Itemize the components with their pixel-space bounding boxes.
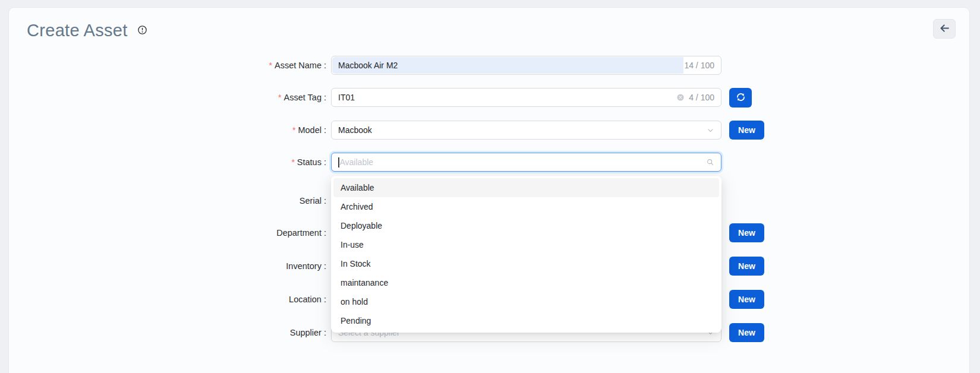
model-select[interactable]: Macbook — [331, 121, 721, 140]
asset-tag-label: *Asset Tag : — [9, 88, 326, 107]
status-select[interactable]: Available — [331, 153, 721, 172]
asset-tag-value: IT01 — [338, 93, 672, 102]
exclamation-circle-icon — [137, 25, 147, 37]
status-option-in-use[interactable]: In-use — [333, 235, 719, 254]
new-location-button[interactable]: New — [729, 290, 764, 309]
status-option-available[interactable]: Available — [333, 178, 719, 197]
asset-tag-input[interactable]: IT01 4 / 100 — [331, 88, 721, 107]
serial-label: Serial : — [9, 191, 326, 210]
required-asterisk: * — [278, 93, 281, 102]
status-option-on-hold[interactable]: on hold — [333, 292, 719, 311]
required-asterisk: * — [291, 157, 294, 167]
status-option-deployable[interactable]: Deployable — [333, 216, 719, 235]
status-dropdown: Available Archived Deployable In-use In … — [331, 176, 721, 333]
status-label: *Status : — [9, 153, 326, 172]
location-label: Location : — [9, 290, 326, 309]
new-inventory-button[interactable]: New — [729, 257, 764, 276]
asset-name-label: *Asset Name : — [9, 56, 326, 75]
arrow-left-icon — [939, 23, 950, 36]
status-placeholder: Available — [338, 157, 701, 167]
generate-asset-tag-button[interactable] — [729, 88, 752, 108]
model-label: *Model : — [9, 121, 326, 140]
new-department-button[interactable]: New — [729, 223, 764, 242]
new-supplier-button[interactable]: New — [729, 323, 764, 342]
model-value: Macbook — [338, 125, 702, 135]
required-asterisk: * — [269, 61, 272, 70]
asset-name-input[interactable]: Macbook Air M2 14 / 100 — [331, 56, 721, 75]
card-header: Create Asset — [9, 8, 969, 42]
sync-icon — [736, 92, 746, 104]
asset-name-char-counter: 14 / 100 — [684, 61, 714, 70]
page-title: Create Asset — [27, 18, 128, 42]
asset-tag-char-counter: 4 / 100 — [689, 93, 714, 102]
supplier-label: Supplier : — [9, 323, 326, 342]
create-asset-card: Create Asset *Asset Name : Macbook Air M… — [8, 7, 970, 373]
required-asterisk: * — [292, 125, 295, 135]
department-label: Department : — [9, 223, 326, 242]
create-asset-form: *Asset Name : Macbook Air M2 14 / 100 *A… — [9, 56, 969, 342]
status-row: *Status : Available Available Archived D… — [9, 153, 969, 172]
back-button[interactable] — [933, 19, 956, 39]
chevron-down-icon — [707, 127, 714, 134]
status-option-maintanance[interactable]: maintanance — [333, 273, 719, 292]
asset-tag-row: *Asset Tag : IT01 4 / 100 — [9, 88, 969, 108]
close-circle-icon[interactable] — [676, 93, 685, 102]
text-cursor — [338, 157, 339, 167]
inventory-label: Inventory : — [9, 257, 326, 276]
model-row: *Model : Macbook New — [9, 121, 969, 140]
search-icon — [706, 158, 714, 166]
title-help-button[interactable] — [137, 25, 147, 37]
status-option-in-stock[interactable]: In Stock — [333, 254, 719, 273]
asset-name-value: Macbook Air M2 — [338, 61, 680, 70]
status-option-archived[interactable]: Archived — [333, 197, 719, 216]
status-option-pending[interactable]: Pending — [333, 311, 719, 330]
new-model-button[interactable]: New — [729, 121, 764, 140]
asset-name-row: *Asset Name : Macbook Air M2 14 / 100 — [9, 56, 969, 75]
